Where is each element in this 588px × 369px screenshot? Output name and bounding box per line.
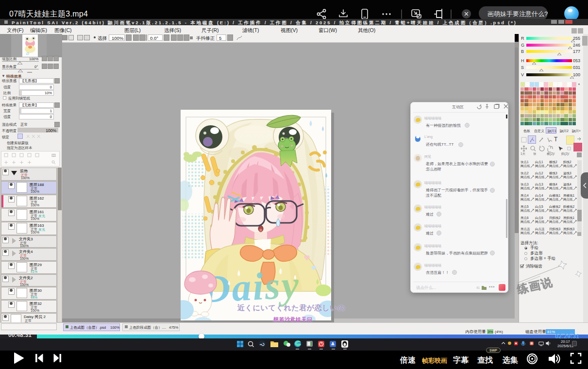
svg-text:练画说: 练画说 [516, 275, 554, 296]
svg-text:D: D [26, 51, 29, 56]
